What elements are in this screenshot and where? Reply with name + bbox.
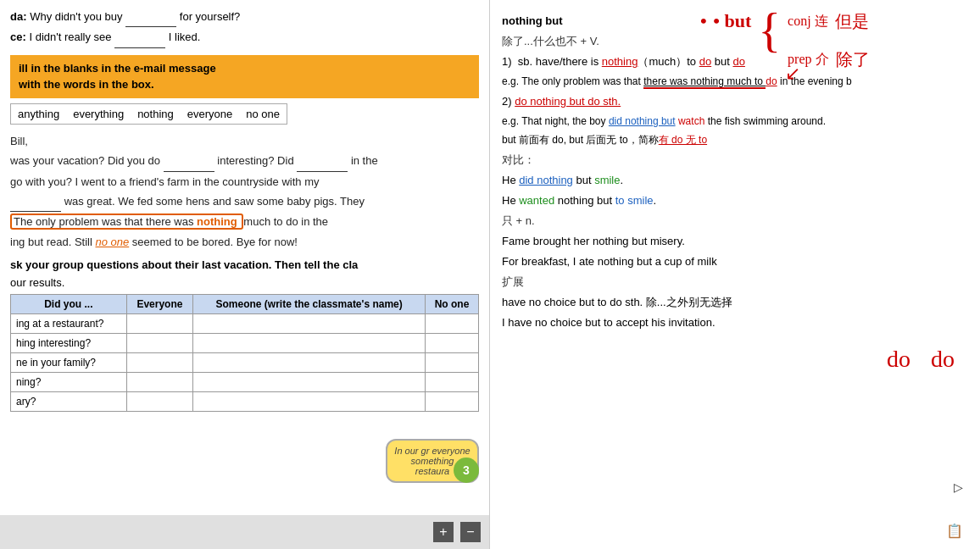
table-row: ary? <box>11 392 479 412</box>
dialogue-name-1: da: <box>10 10 27 23</box>
row4-q: ning? <box>11 373 127 392</box>
hw-chule: 除了 <box>836 48 870 71</box>
section2: 2) do nothing but do sth. <box>502 92 968 111</box>
he-wanted: He wanted nothing but to smile. <box>502 191 968 210</box>
left-panel: da: Why didn't you buy for yourself? ce:… <box>0 0 490 549</box>
no-choice-1: have no choice but to do sth. 除...之外别无选择 <box>502 293 968 312</box>
word-everything: everything <box>73 108 124 120</box>
fame-line: Fame brought her nothing but misery. <box>502 232 968 251</box>
email-line1: was your vacation? Did you do interestin… <box>10 151 479 171</box>
dialogue-text-2: I didn't really see <box>29 30 111 43</box>
page-number-badge: 3 <box>454 458 479 483</box>
handwritten-annotation-top: • • but { conj 连 但是 prep 介 除了 ↙ <box>700 7 963 85</box>
col-header-1: Did you ... <box>11 295 127 314</box>
dialogue-section: da: Why didn't you buy for yourself? ce:… <box>10 7 479 48</box>
hw-do1: do <box>887 339 910 380</box>
row5-q: ary? <box>11 392 127 412</box>
table-row: ning? <box>11 373 479 392</box>
col-header-4: No one <box>425 295 478 314</box>
cursor-icon: ▷ <box>954 478 963 498</box>
row1-q: ing at a restaurant? <box>11 314 127 334</box>
dialogue-text-1b: for yourself? <box>180 10 241 23</box>
table-row: ing at a restaurant? <box>11 314 479 334</box>
instruction-subtitle: with the words in the box. <box>19 78 154 91</box>
email-line3: was great. We fed some hens and saw some… <box>10 191 479 212</box>
dialogue-text-2b: I liked. <box>169 30 201 43</box>
contrast-label: 对比： <box>502 151 968 169</box>
do-do-annotation: do do <box>887 339 955 380</box>
row5-everyone <box>126 392 193 412</box>
activity-table: Did you ... Everyone Someone (write the … <box>10 294 479 412</box>
email-line2: go with you? I went to a friend's farm i… <box>10 172 479 191</box>
hw-danshi: 但是 <box>835 10 869 33</box>
col-header-2: Everyone <box>126 295 193 314</box>
email-text: Bill, was your vacation? Did you do inte… <box>10 131 479 252</box>
table-row: ne in your family? <box>11 353 479 373</box>
row4-noone <box>425 373 478 392</box>
word-noone: no one <box>246 108 280 120</box>
word-nothing: nothing <box>137 108 174 120</box>
hw-conj: conj 连 <box>788 13 828 30</box>
bottom-toolbar: + − <box>0 515 489 549</box>
word-anything: anything <box>18 108 59 120</box>
row4-everyone <box>126 373 193 392</box>
word-everyone: everyone <box>187 108 232 120</box>
right-panel: • • but { conj 连 但是 prep 介 除了 ↙ nothing <box>490 0 980 549</box>
row2-everyone <box>126 334 193 353</box>
hw-do2: do <box>931 339 955 380</box>
zhi-note: 只 + n. <box>502 212 968 230</box>
row2-noone <box>425 334 478 353</box>
row1-someone <box>193 314 426 334</box>
row1-noone <box>425 314 478 334</box>
blank-2 <box>114 27 165 47</box>
row5-noone <box>425 392 478 412</box>
row3-someone <box>193 353 426 373</box>
breakfast-line: For breakfast, I ate nothing but a cup o… <box>502 252 968 271</box>
row1-everyone <box>126 314 193 334</box>
paste-icon: 📋 <box>946 519 963 542</box>
ask-subtitle: our results. <box>10 276 479 289</box>
row3-q: ne in your family? <box>11 353 127 373</box>
email-greeting: Bill, <box>10 131 479 151</box>
bullet-dot: • <box>700 10 707 31</box>
hw-but-label: • but <box>713 10 751 31</box>
zoom-out-button[interactable]: − <box>460 522 481 542</box>
instruction-box: ill in the blanks in the e-mail message … <box>10 55 479 98</box>
word-box: anything everything nothing everyone no … <box>10 103 287 125</box>
row3-everyone <box>126 353 193 373</box>
row2-q: hing interesting? <box>11 334 127 353</box>
row2-someone <box>193 334 426 353</box>
row5-someone <box>193 392 426 412</box>
blank-1 <box>125 7 176 27</box>
col-header-3: Someone (write the classmate's name) <box>193 295 426 314</box>
he-did: He did nothing but smile. <box>502 171 968 190</box>
dialogue-name-2: ce: <box>10 30 26 43</box>
big-bracket-icon: { <box>758 7 781 54</box>
dialogue-text-1: Why didn't you buy <box>30 10 122 23</box>
example2: e.g. That night, the boy did nothing but… <box>502 113 968 130</box>
table-row: hing interesting? <box>11 334 479 353</box>
no-choice-2: I have no choice but to accept his invit… <box>502 313 968 332</box>
zoom-in-button[interactable]: + <box>433 522 454 542</box>
email-line5: ing but read. Still no one seemed to be … <box>10 232 479 252</box>
email-line4: The only problem was that there was noth… <box>10 212 479 231</box>
expand-label: 扩展 <box>502 273 968 291</box>
ask-section: sk your group questions about their last… <box>10 258 479 412</box>
row4-someone <box>193 373 426 392</box>
row3-noone <box>425 353 478 373</box>
instruction-title: ill in the blanks in the e-mail message <box>19 62 216 75</box>
but-note: but 前面有 do, but 后面无 to，简称有 do 无 to <box>502 131 968 148</box>
ask-title: sk your group questions about their last… <box>10 258 479 271</box>
